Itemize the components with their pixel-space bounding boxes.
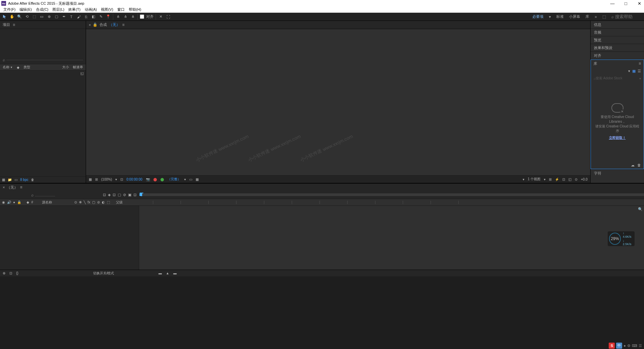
workspace-more-icon[interactable]: » xyxy=(595,14,597,19)
help-search-input[interactable] xyxy=(615,14,642,19)
ime-settings-icon[interactable]: ⚙ xyxy=(627,344,631,348)
toggle-switches-icon[interactable]: ⊡ xyxy=(9,271,12,275)
roi-icon[interactable]: ▭ xyxy=(189,178,192,181)
resolution-icon[interactable]: ⊡ xyxy=(120,178,123,181)
col-label-icon[interactable]: ◆ xyxy=(17,66,19,69)
comp-mini-flowchart-icon[interactable]: ⊡ xyxy=(103,193,106,197)
zoom-tool[interactable]: 🔍 xyxy=(17,14,22,20)
transparency-icon[interactable]: ▦ xyxy=(196,178,199,181)
fast-preview-icon[interactable]: ⚡ xyxy=(555,178,559,181)
view-dropdown-icon[interactable]: ▾ xyxy=(523,178,524,181)
menu-help[interactable]: 帮助(H) xyxy=(127,7,143,12)
new-folder-icon[interactable]: 📁 xyxy=(8,178,12,182)
shy-icon[interactable]: ⊙ xyxy=(74,200,77,204)
channel-icon[interactable]: ⬤ xyxy=(153,178,157,181)
rect-tool[interactable]: ▢ xyxy=(54,14,59,20)
menu-window[interactable]: 窗口 xyxy=(116,7,126,12)
type-tool[interactable]: T xyxy=(69,14,74,20)
collapse-icon[interactable]: ❋ xyxy=(79,200,82,204)
timeline-zoom-icon[interactable]: 🔍 xyxy=(638,207,643,211)
info-panel-tab[interactable]: 信息 xyxy=(591,21,644,29)
fx-icon[interactable]: fx xyxy=(88,200,90,204)
chevron-down-icon[interactable]: ▾ xyxy=(549,14,551,19)
frame-blend-icon[interactable]: ▢ xyxy=(118,193,121,197)
ime-keyboard-icon[interactable]: ⌨ xyxy=(632,344,637,348)
pan-behind-tool[interactable]: ⊕ xyxy=(46,14,52,20)
views-label[interactable]: 1 个视图 xyxy=(528,177,540,182)
close-button[interactable]: ✕ xyxy=(636,1,643,6)
project-items-area[interactable]: ◱ xyxy=(0,71,86,176)
library-tab-label[interactable]: 库 xyxy=(594,61,597,66)
composition-viewer[interactable]: 小小软件迷 www.xxrjm.com 小小软件迷 www.xxrjm.com … xyxy=(86,29,590,176)
eraser-tool[interactable]: ◧ xyxy=(91,14,96,20)
menu-effect[interactable]: 效果(T) xyxy=(67,7,82,12)
exposure-value[interactable]: +0.0 xyxy=(581,178,588,181)
audio-toggle-icon[interactable]: 🔊 xyxy=(7,200,11,204)
delete-icon[interactable]: 🗑 xyxy=(637,163,641,167)
minimize-button[interactable]: — xyxy=(609,1,616,6)
number-col[interactable]: # xyxy=(31,200,33,204)
col-name[interactable]: 名称 ▼ xyxy=(3,65,13,70)
workspace-standard[interactable]: 标准 xyxy=(556,14,564,19)
local-axis-icon[interactable]: ⋔ xyxy=(115,14,121,20)
timeline-layer-list[interactable] xyxy=(0,206,139,270)
snap-checkbox[interactable] xyxy=(140,14,144,19)
ime-more-icon[interactable]: ● xyxy=(623,344,626,348)
comp-flowchart-icon[interactable]: ◱ xyxy=(568,178,571,181)
close-tab-icon[interactable]: × xyxy=(3,185,5,189)
label-col-icon[interactable]: ◆ xyxy=(27,200,29,204)
source-name-col[interactable]: 源名称 xyxy=(42,200,52,205)
sync-settings-icon[interactable]: ⬚ xyxy=(602,14,606,19)
quality-icon[interactable]: ╲ xyxy=(84,200,86,204)
frame-blend-col-icon[interactable]: ▢ xyxy=(92,200,95,204)
selection-tool[interactable] xyxy=(2,14,7,20)
draft-3d-icon[interactable]: ◈ xyxy=(108,193,111,197)
network-speed-widget[interactable]: 29% 4.6K/s 2.5K/s xyxy=(608,231,635,246)
lib-dropdown-icon[interactable]: ▾ xyxy=(628,69,630,73)
maximize-button[interactable]: □ xyxy=(622,1,629,6)
effects-panel-tab[interactable]: 效果和预设 xyxy=(591,44,644,52)
col-size[interactable]: 大小 xyxy=(62,65,69,70)
panel-menu-icon[interactable]: ≡ xyxy=(122,23,124,27)
snap-edge-icon[interactable]: ✕ xyxy=(158,14,163,20)
delete-icon[interactable]: 🗑 xyxy=(31,178,34,182)
flowchart-icon[interactable]: ◱ xyxy=(0,71,86,76)
snapshot-icon[interactable]: 📷 xyxy=(146,178,150,181)
pixel-aspect-icon[interactable]: ⊞ xyxy=(549,178,552,181)
ime-lang-icon[interactable]: 中 xyxy=(616,343,622,349)
3d-icon[interactable]: ⬚ xyxy=(107,200,110,204)
solo-toggle-icon[interactable]: ● xyxy=(13,200,15,204)
adjustment-icon[interactable]: ◐ xyxy=(102,200,105,204)
timeline-comp-label[interactable]: （无） xyxy=(7,185,18,190)
search-icon[interactable]: ⌕ xyxy=(31,193,55,197)
menu-view[interactable]: 视图(V) xyxy=(99,7,115,12)
snap-extend-icon[interactable]: ⛶ xyxy=(165,14,171,20)
view-axis-icon[interactable]: ⋔ xyxy=(130,14,135,20)
list-view-icon[interactable]: ☰ xyxy=(638,69,641,73)
hide-shy-icon[interactable]: ⊡ xyxy=(113,193,116,197)
dropdown-icon[interactable]: ▾ xyxy=(639,77,641,80)
cloud-sync-icon[interactable]: ☁ xyxy=(631,163,635,167)
guides-icon[interactable]: ⊞ xyxy=(95,178,98,181)
expand-icon[interactable]: ⊕ xyxy=(3,271,5,275)
interpret-icon[interactable]: ▦ xyxy=(2,178,5,182)
character-panel-tab[interactable]: 字符 xyxy=(591,169,644,177)
zoom-out-icon[interactable]: ▬ xyxy=(158,271,162,275)
bpc-button[interactable]: 8 bpc xyxy=(20,178,28,182)
zoom-level[interactable]: (100%) xyxy=(101,178,112,181)
workspace-small[interactable]: 小屏幕 xyxy=(569,14,580,19)
toggle-switches-label[interactable]: 切换开关/模式 xyxy=(93,271,114,276)
grid-view-icon[interactable]: ▦ xyxy=(632,69,636,73)
new-comp-icon[interactable]: ▭ xyxy=(14,178,17,182)
lock-toggle-icon[interactable]: 🔒 xyxy=(17,200,21,204)
project-search-input[interactable] xyxy=(6,60,83,60)
timeline-tracks-area[interactable]: 🔍 xyxy=(139,206,644,270)
zoom-slider[interactable]: ▲ xyxy=(166,271,169,275)
resolution-dropdown-icon[interactable]: ▾ xyxy=(184,178,186,181)
panel-menu-icon[interactable]: ≡ xyxy=(13,23,15,27)
timecode[interactable]: 0:00:00:00 xyxy=(126,178,142,181)
menu-composition[interactable]: 合成(C) xyxy=(35,7,50,12)
ime-menu-icon[interactable]: ☰ xyxy=(639,344,642,348)
close-tab-icon[interactable]: × xyxy=(89,23,91,27)
time-ruler[interactable] xyxy=(139,193,644,197)
